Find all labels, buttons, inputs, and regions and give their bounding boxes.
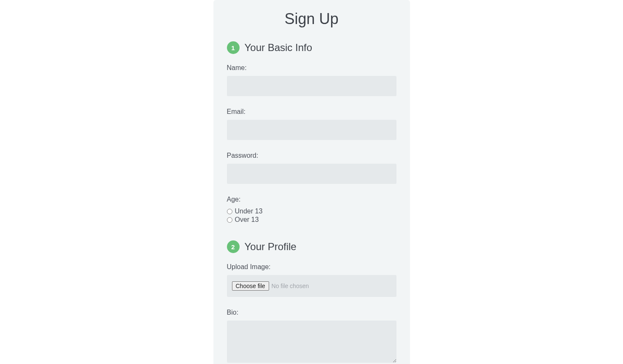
bio-label: Bio: <box>227 309 396 316</box>
age-over-row: Over 13 <box>227 216 396 224</box>
file-status-text: No file chosen <box>272 283 309 289</box>
password-field-group: Password: <box>227 152 396 184</box>
step-2-icon: 2 <box>227 240 240 253</box>
email-field-group: Email: <box>227 108 396 140</box>
signup-form-container: Sign Up 1 Your Basic Info Name: Email: P… <box>213 0 410 364</box>
upload-field-group: Upload Image: Choose file No file chosen <box>227 263 396 297</box>
page-title: Sign Up <box>227 10 396 28</box>
name-label: Name: <box>227 64 396 72</box>
age-over-label[interactable]: Over 13 <box>235 216 259 224</box>
age-over-radio[interactable] <box>227 217 232 223</box>
age-options: Under 13 Over 13 <box>227 208 396 224</box>
bio-field-group: Bio: <box>227 309 396 364</box>
age-under-radio[interactable] <box>227 209 232 214</box>
section-basic-title: Your Basic Info <box>245 42 313 54</box>
section-basic-heading: 1 Your Basic Info <box>227 41 396 54</box>
email-label: Email: <box>227 108 396 116</box>
upload-input[interactable]: Choose file No file chosen <box>227 275 396 297</box>
name-input[interactable] <box>227 76 396 96</box>
section-profile-title: Your Profile <box>245 241 297 253</box>
email-input[interactable] <box>227 120 396 140</box>
password-label: Password: <box>227 152 396 159</box>
name-field-group: Name: <box>227 64 396 96</box>
choose-file-button[interactable]: Choose file <box>232 281 269 291</box>
age-under-label[interactable]: Under 13 <box>235 208 263 215</box>
step-1-icon: 1 <box>227 41 240 54</box>
section-profile-heading: 2 Your Profile <box>227 240 396 253</box>
age-under-row: Under 13 <box>227 208 396 215</box>
age-field-group: Age: Under 13 Over 13 <box>227 196 396 224</box>
age-label: Age: <box>227 196 396 203</box>
upload-label: Upload Image: <box>227 263 396 271</box>
password-input[interactable] <box>227 164 396 184</box>
bio-input[interactable] <box>227 321 396 363</box>
